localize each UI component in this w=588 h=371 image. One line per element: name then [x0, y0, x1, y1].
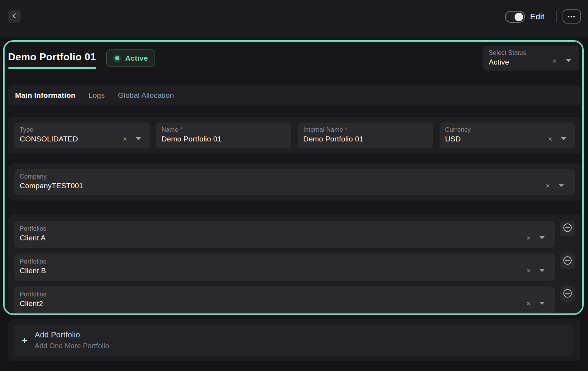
clear-icon[interactable]: ✕ [548, 136, 552, 142]
portfolio-label: Portfolios [20, 291, 549, 298]
portfolio-select-2[interactable]: Portfolios Client B ✕ [14, 254, 555, 281]
company-section: Company CompanyTEST001 ✕ [8, 163, 581, 201]
type-label: Type [20, 126, 144, 133]
remove-portfolio-button-1[interactable] [560, 221, 575, 236]
chevron-down-icon[interactable] [559, 184, 564, 187]
internal-name-field[interactable]: Internal Name * Demo Portfolio 01 [298, 123, 433, 148]
chevron-down-icon[interactable] [136, 137, 141, 140]
internal-name-value: Demo Portfolio 01 [303, 135, 428, 143]
portfolio-value: Client B [20, 267, 549, 275]
minus-circle-icon [563, 289, 572, 300]
company-label: Company [20, 173, 569, 180]
name-value: Demo Portfolio 01 [161, 135, 286, 143]
portfolio-value: Client2 [20, 300, 549, 308]
tab-logs[interactable]: Logs [88, 91, 105, 100]
edit-toggle-label: Edit [530, 12, 544, 21]
minus-circle-icon [563, 223, 572, 234]
status-dot-icon [113, 54, 121, 62]
currency-select[interactable]: Currency USD ✕ [440, 123, 575, 148]
back-button[interactable] [8, 10, 21, 23]
chevron-down-icon[interactable] [539, 236, 545, 239]
internal-name-label: Internal Name * [303, 126, 428, 133]
chevron-left-icon [12, 13, 17, 20]
tab-main-information[interactable]: Main Information [15, 91, 75, 100]
portfolio-select-1[interactable]: Portfolios Client A ✕ [14, 221, 555, 248]
chevron-down-icon[interactable] [539, 269, 545, 272]
clear-icon[interactable]: ✕ [122, 136, 127, 142]
remove-portfolio-button-2[interactable] [560, 254, 575, 269]
company-select[interactable]: Company CompanyTEST001 ✕ [14, 169, 575, 195]
clear-icon[interactable]: ✕ [526, 268, 531, 274]
tab-global-allocation[interactable]: Global Allocation [118, 91, 174, 100]
clear-icon[interactable]: ✕ [546, 183, 550, 189]
portfolios-section: Portfolios Client A ✕ Portfolios Client … [8, 214, 581, 314]
status-select-label: Select Status [489, 49, 573, 56]
portfolio-label: Portfolios [20, 258, 549, 265]
status-badge-label: Active [125, 54, 148, 63]
status-select-value: Active [489, 58, 573, 66]
title-underline [8, 67, 96, 69]
more-options-button[interactable]: ••• [563, 9, 581, 24]
tab-bar: Main Information Logs Global Allocation [8, 85, 581, 106]
minus-circle-icon [563, 256, 572, 267]
plus-icon: + [22, 335, 28, 345]
name-field[interactable]: Name * Demo Portfolio 01 [156, 123, 291, 148]
portfolio-select-3[interactable]: Portfolios Client2 ✕ [14, 286, 555, 313]
chevron-down-icon[interactable] [561, 137, 566, 140]
add-portfolio-button[interactable]: + Add Portfolio Add One More Portfolio [14, 325, 574, 356]
page-title: Demo Portfolio 01 [8, 51, 96, 63]
type-select[interactable]: Type CONSOLIDATED ✕ [14, 123, 150, 148]
company-value: CompanyTEST001 [20, 182, 569, 190]
ellipsis-icon: ••• [568, 14, 576, 19]
name-label: Name * [161, 126, 286, 133]
portfolio-label: Portfolios [20, 225, 549, 232]
page-title-wrap: Demo Portfolio 01 [8, 51, 96, 69]
status-select[interactable]: Select Status Active ✕ [483, 46, 579, 71]
portfolio-value: Client A [20, 234, 549, 242]
topbar-divider [556, 11, 557, 22]
edit-toggle[interactable] [505, 11, 525, 23]
chevron-down-icon[interactable] [539, 302, 545, 305]
remove-portfolio-button-3[interactable] [560, 286, 575, 302]
clear-icon[interactable]: ✕ [552, 58, 557, 64]
portfolio-edit-panel: Demo Portfolio 01 Active Select Status A… [3, 40, 584, 315]
add-portfolio-section: + Add Portfolio Add One More Portfolio [8, 319, 580, 361]
main-fields-section: Type CONSOLIDATED ✕ Name * Demo Portfoli… [8, 117, 581, 154]
clear-icon[interactable]: ✕ [526, 301, 531, 306]
add-portfolio-subtitle: Add One More Portfolio [35, 342, 109, 350]
edit-toggle-knob [515, 13, 523, 21]
portfolio-detail-screen: Edit ••• Demo Portfolio 01 Active Select… [0, 0, 588, 371]
status-badge: Active [106, 49, 155, 67]
top-bar: Edit ••• [0, 0, 588, 37]
add-portfolio-title: Add Portfolio [35, 330, 80, 339]
clear-icon[interactable]: ✕ [526, 235, 531, 241]
chevron-down-icon[interactable] [566, 59, 571, 62]
currency-label: Currency [445, 126, 569, 133]
